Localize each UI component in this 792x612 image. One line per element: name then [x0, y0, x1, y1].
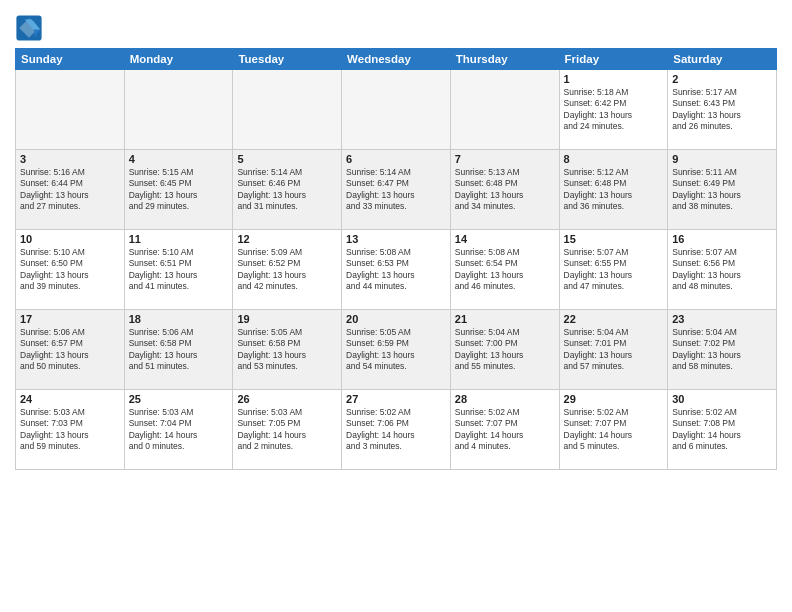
calendar-cell: 28Sunrise: 5:02 AM Sunset: 7:07 PM Dayli…: [450, 390, 559, 470]
day-info: Sunrise: 5:05 AM Sunset: 6:58 PM Dayligh…: [237, 327, 337, 373]
day-number: 29: [564, 393, 664, 405]
weekday-header-thursday: Thursday: [450, 49, 559, 70]
calendar-cell: 22Sunrise: 5:04 AM Sunset: 7:01 PM Dayli…: [559, 310, 668, 390]
calendar-cell: 16Sunrise: 5:07 AM Sunset: 6:56 PM Dayli…: [668, 230, 777, 310]
weekday-header-sunday: Sunday: [16, 49, 125, 70]
day-info: Sunrise: 5:14 AM Sunset: 6:46 PM Dayligh…: [237, 167, 337, 213]
week-row-5: 24Sunrise: 5:03 AM Sunset: 7:03 PM Dayli…: [16, 390, 777, 470]
calendar-cell: 1Sunrise: 5:18 AM Sunset: 6:42 PM Daylig…: [559, 70, 668, 150]
calendar-cell: [16, 70, 125, 150]
day-info: Sunrise: 5:17 AM Sunset: 6:43 PM Dayligh…: [672, 87, 772, 133]
day-number: 1: [564, 73, 664, 85]
day-number: 12: [237, 233, 337, 245]
logo: [15, 14, 47, 42]
day-info: Sunrise: 5:04 AM Sunset: 7:01 PM Dayligh…: [564, 327, 664, 373]
weekday-header-saturday: Saturday: [668, 49, 777, 70]
day-info: Sunrise: 5:12 AM Sunset: 6:48 PM Dayligh…: [564, 167, 664, 213]
calendar-cell: 4Sunrise: 5:15 AM Sunset: 6:45 PM Daylig…: [124, 150, 233, 230]
calendar-cell: 27Sunrise: 5:02 AM Sunset: 7:06 PM Dayli…: [342, 390, 451, 470]
calendar-cell: 19Sunrise: 5:05 AM Sunset: 6:58 PM Dayli…: [233, 310, 342, 390]
calendar-cell: [233, 70, 342, 150]
week-row-4: 17Sunrise: 5:06 AM Sunset: 6:57 PM Dayli…: [16, 310, 777, 390]
calendar-cell: 23Sunrise: 5:04 AM Sunset: 7:02 PM Dayli…: [668, 310, 777, 390]
day-info: Sunrise: 5:04 AM Sunset: 7:00 PM Dayligh…: [455, 327, 555, 373]
calendar-cell: [342, 70, 451, 150]
calendar-cell: 26Sunrise: 5:03 AM Sunset: 7:05 PM Dayli…: [233, 390, 342, 470]
day-number: 8: [564, 153, 664, 165]
weekday-header-row: SundayMondayTuesdayWednesdayThursdayFrid…: [16, 49, 777, 70]
weekday-header-friday: Friday: [559, 49, 668, 70]
calendar-cell: 5Sunrise: 5:14 AM Sunset: 6:46 PM Daylig…: [233, 150, 342, 230]
calendar-cell: 9Sunrise: 5:11 AM Sunset: 6:49 PM Daylig…: [668, 150, 777, 230]
calendar-cell: 14Sunrise: 5:08 AM Sunset: 6:54 PM Dayli…: [450, 230, 559, 310]
calendar-cell: [450, 70, 559, 150]
day-info: Sunrise: 5:03 AM Sunset: 7:05 PM Dayligh…: [237, 407, 337, 453]
day-info: Sunrise: 5:18 AM Sunset: 6:42 PM Dayligh…: [564, 87, 664, 133]
calendar-cell: [124, 70, 233, 150]
day-info: Sunrise: 5:09 AM Sunset: 6:52 PM Dayligh…: [237, 247, 337, 293]
day-info: Sunrise: 5:08 AM Sunset: 6:54 PM Dayligh…: [455, 247, 555, 293]
day-number: 11: [129, 233, 229, 245]
day-number: 22: [564, 313, 664, 325]
calendar-cell: 8Sunrise: 5:12 AM Sunset: 6:48 PM Daylig…: [559, 150, 668, 230]
calendar-cell: 21Sunrise: 5:04 AM Sunset: 7:00 PM Dayli…: [450, 310, 559, 390]
header: [15, 10, 777, 42]
weekday-header-monday: Monday: [124, 49, 233, 70]
day-number: 21: [455, 313, 555, 325]
day-info: Sunrise: 5:02 AM Sunset: 7:08 PM Dayligh…: [672, 407, 772, 453]
day-number: 4: [129, 153, 229, 165]
day-info: Sunrise: 5:03 AM Sunset: 7:04 PM Dayligh…: [129, 407, 229, 453]
day-info: Sunrise: 5:11 AM Sunset: 6:49 PM Dayligh…: [672, 167, 772, 213]
day-number: 24: [20, 393, 120, 405]
calendar-cell: 18Sunrise: 5:06 AM Sunset: 6:58 PM Dayli…: [124, 310, 233, 390]
day-number: 18: [129, 313, 229, 325]
calendar-cell: 13Sunrise: 5:08 AM Sunset: 6:53 PM Dayli…: [342, 230, 451, 310]
weekday-header-tuesday: Tuesday: [233, 49, 342, 70]
day-info: Sunrise: 5:05 AM Sunset: 6:59 PM Dayligh…: [346, 327, 446, 373]
day-info: Sunrise: 5:02 AM Sunset: 7:07 PM Dayligh…: [455, 407, 555, 453]
day-number: 6: [346, 153, 446, 165]
day-number: 27: [346, 393, 446, 405]
day-info: Sunrise: 5:10 AM Sunset: 6:50 PM Dayligh…: [20, 247, 120, 293]
day-number: 28: [455, 393, 555, 405]
day-number: 2: [672, 73, 772, 85]
week-row-3: 10Sunrise: 5:10 AM Sunset: 6:50 PM Dayli…: [16, 230, 777, 310]
day-info: Sunrise: 5:14 AM Sunset: 6:47 PM Dayligh…: [346, 167, 446, 213]
calendar-cell: 17Sunrise: 5:06 AM Sunset: 6:57 PM Dayli…: [16, 310, 125, 390]
calendar-cell: 10Sunrise: 5:10 AM Sunset: 6:50 PM Dayli…: [16, 230, 125, 310]
calendar-cell: 25Sunrise: 5:03 AM Sunset: 7:04 PM Dayli…: [124, 390, 233, 470]
day-number: 26: [237, 393, 337, 405]
day-info: Sunrise: 5:03 AM Sunset: 7:03 PM Dayligh…: [20, 407, 120, 453]
day-number: 9: [672, 153, 772, 165]
day-number: 16: [672, 233, 772, 245]
day-number: 3: [20, 153, 120, 165]
calendar-cell: 20Sunrise: 5:05 AM Sunset: 6:59 PM Dayli…: [342, 310, 451, 390]
day-number: 7: [455, 153, 555, 165]
day-info: Sunrise: 5:07 AM Sunset: 6:55 PM Dayligh…: [564, 247, 664, 293]
calendar-cell: 12Sunrise: 5:09 AM Sunset: 6:52 PM Dayli…: [233, 230, 342, 310]
day-info: Sunrise: 5:02 AM Sunset: 7:07 PM Dayligh…: [564, 407, 664, 453]
day-number: 30: [672, 393, 772, 405]
calendar-cell: 6Sunrise: 5:14 AM Sunset: 6:47 PM Daylig…: [342, 150, 451, 230]
day-info: Sunrise: 5:15 AM Sunset: 6:45 PM Dayligh…: [129, 167, 229, 213]
day-info: Sunrise: 5:06 AM Sunset: 6:58 PM Dayligh…: [129, 327, 229, 373]
day-number: 10: [20, 233, 120, 245]
week-row-1: 1Sunrise: 5:18 AM Sunset: 6:42 PM Daylig…: [16, 70, 777, 150]
weekday-header-wednesday: Wednesday: [342, 49, 451, 70]
day-number: 23: [672, 313, 772, 325]
calendar-cell: 11Sunrise: 5:10 AM Sunset: 6:51 PM Dayli…: [124, 230, 233, 310]
calendar-cell: 15Sunrise: 5:07 AM Sunset: 6:55 PM Dayli…: [559, 230, 668, 310]
logo-icon: [15, 14, 43, 42]
calendar-cell: 29Sunrise: 5:02 AM Sunset: 7:07 PM Dayli…: [559, 390, 668, 470]
calendar-cell: 3Sunrise: 5:16 AM Sunset: 6:44 PM Daylig…: [16, 150, 125, 230]
day-info: Sunrise: 5:04 AM Sunset: 7:02 PM Dayligh…: [672, 327, 772, 373]
day-number: 13: [346, 233, 446, 245]
day-number: 15: [564, 233, 664, 245]
day-info: Sunrise: 5:02 AM Sunset: 7:06 PM Dayligh…: [346, 407, 446, 453]
calendar-cell: 7Sunrise: 5:13 AM Sunset: 6:48 PM Daylig…: [450, 150, 559, 230]
day-number: 17: [20, 313, 120, 325]
day-info: Sunrise: 5:13 AM Sunset: 6:48 PM Dayligh…: [455, 167, 555, 213]
page: SundayMondayTuesdayWednesdayThursdayFrid…: [0, 0, 792, 612]
day-number: 14: [455, 233, 555, 245]
day-number: 20: [346, 313, 446, 325]
